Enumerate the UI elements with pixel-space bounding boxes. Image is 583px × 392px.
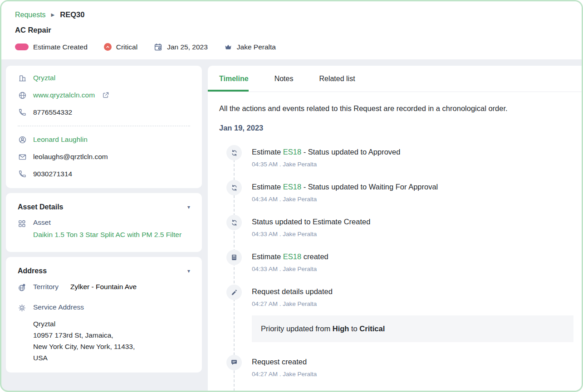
priority-new-value: Critical xyxy=(359,324,385,333)
address-title: Address xyxy=(18,267,47,275)
sync-icon xyxy=(226,180,242,195)
priority-change-text: Priority updated from xyxy=(261,324,333,333)
breadcrumb-current: REQ30 xyxy=(60,10,84,19)
badge-row: Estimate Created Critical xyxy=(15,43,568,51)
website-link[interactable]: www.qryztalcln.com xyxy=(33,91,95,99)
territory-row: Territory Zylker - Fountain Ave xyxy=(6,279,202,296)
timeline-event: Estimate ES18 - Status updated to Waitin… xyxy=(219,180,573,203)
asset-details-title: Asset Details xyxy=(18,203,64,211)
timeline-event: Request created 04:27 AM . Jake Peralta xyxy=(219,355,573,377)
sync-icon xyxy=(226,145,242,160)
company-phone-value: 8776554332 xyxy=(33,108,72,116)
asset-grid-icon xyxy=(18,219,27,228)
calculator-icon xyxy=(226,250,242,265)
calendar-icon xyxy=(154,43,162,51)
timeline-event: Request details updated 04:27 AM . Jake … xyxy=(219,285,573,307)
event-title: Request created xyxy=(252,358,317,366)
contact-name-link[interactable]: Leonard Laughlin xyxy=(33,136,88,144)
event-meta: 04:33 AM . Jake Peralta xyxy=(252,266,328,272)
priority-label: Critical xyxy=(116,43,137,51)
address-card: Address ▾ Territory Zylker - Fountain Av… xyxy=(6,257,202,373)
collapse-chevron-icon[interactable]: ▾ xyxy=(187,204,190,210)
timeline-panel: Timeline Notes Related list All the acti… xyxy=(208,66,582,391)
event-title-text: created xyxy=(301,252,328,261)
status-pill-icon xyxy=(15,44,29,50)
phone-icon xyxy=(18,108,27,117)
territory-globe-pin-icon xyxy=(18,283,27,292)
event-detail-box: Priority updated from High to Critical xyxy=(252,315,573,342)
timeline-event: Estimate ES18 created 04:33 AM . Jake Pe… xyxy=(219,250,573,272)
event-meta: 04:34 AM . Jake Peralta xyxy=(252,196,438,203)
phone-icon xyxy=(18,169,27,179)
person-icon xyxy=(18,135,27,144)
divider xyxy=(18,126,190,126)
service-address-label: Service Address xyxy=(33,303,84,311)
tab-related-list[interactable]: Related list xyxy=(319,75,355,92)
company-phone-row: 8776554332 xyxy=(6,104,202,121)
contact-name-row: Leonard Laughlin xyxy=(6,131,202,148)
timeline-event: Status updated to Estimate Created 04:33… xyxy=(219,215,573,237)
timeline-date-group: Jan 19, 2023 xyxy=(219,124,573,132)
event-title: Estimate ES18 created xyxy=(252,252,328,261)
email-row: leolaughs@qrztlcln.com xyxy=(6,148,202,165)
asset-field-row: Asset Daikin 1.5 Ton 3 Star Split AC wit… xyxy=(6,215,202,252)
email-value: leolaughs@qrztlcln.com xyxy=(33,153,108,161)
date-badge: Jan 25, 2023 xyxy=(154,43,208,51)
priority-change-text: to xyxy=(349,324,359,333)
contact-phone-row: 9030271314 xyxy=(6,165,202,183)
event-meta: 04:27 AM . Jake Peralta xyxy=(252,371,317,377)
asset-details-header: Asset Details ▾ xyxy=(6,193,202,215)
event-title-text: Estimate xyxy=(252,183,283,191)
event-title-text: Request details updated xyxy=(252,287,333,295)
service-address-row: Service Address xyxy=(6,296,202,316)
event-title-text: Estimate xyxy=(252,252,283,261)
priority-old-value: High xyxy=(333,324,349,333)
owner-label: Jake Peralta xyxy=(237,43,276,51)
pencil-icon xyxy=(226,285,242,300)
address-header: Address ▾ xyxy=(6,257,202,279)
globe-icon xyxy=(18,91,27,100)
status-badge: Estimate Created xyxy=(15,43,88,51)
event-meta: 04:33 AM . Jake Peralta xyxy=(252,231,370,237)
breadcrumb-requests-link[interactable]: Requests xyxy=(15,11,46,19)
content-area: Qryztal www.qryztalcln.com xyxy=(1,66,582,391)
timeline-event: Estimate ES18 - Status updated to Approv… xyxy=(219,145,573,168)
asset-field-label: Asset xyxy=(33,218,181,227)
message-icon xyxy=(226,355,242,370)
website-row: www.qryztalcln.com xyxy=(6,87,202,104)
timeline-tab-body: All the actions and events related to th… xyxy=(208,92,582,391)
priority-badge: Critical xyxy=(104,43,137,51)
territory-label: Territory xyxy=(33,283,59,291)
contact-phone-value: 9030271314 xyxy=(33,170,72,178)
event-title: Estimate ES18 - Status updated to Waitin… xyxy=(252,183,438,191)
owner-badge: Jake Peralta xyxy=(224,43,276,51)
sync-icon xyxy=(226,215,242,230)
address-line: USA xyxy=(33,352,190,363)
address-line: Qryztal xyxy=(33,318,190,329)
event-title-text: Status updated to Estimate Created xyxy=(252,218,370,226)
tab-bar: Timeline Notes Related list xyxy=(208,66,582,92)
page-title: AC Repair xyxy=(15,26,568,34)
event-title-text: Estimate xyxy=(252,148,283,156)
event-meta: 04:35 AM . Jake Peralta xyxy=(252,161,400,168)
detail-sidebar: Qryztal www.qryztalcln.com xyxy=(6,66,202,391)
tab-timeline[interactable]: Timeline xyxy=(208,75,249,92)
event-title-text: - Status updated to Waiting For Approval xyxy=(301,183,438,191)
territory-value: Zylker - Fountain Ave xyxy=(70,283,137,291)
company-link[interactable]: Qryztal xyxy=(33,74,55,82)
estimate-link[interactable]: ES18 xyxy=(283,148,301,156)
event-title-text: Request created xyxy=(252,358,307,366)
estimate-link[interactable]: ES18 xyxy=(283,252,301,261)
date-label: Jan 25, 2023 xyxy=(167,43,208,51)
status-label: Estimate Created xyxy=(33,43,88,51)
asset-link[interactable]: Daikin 1.5 Ton 3 Star Split AC with PM 2… xyxy=(33,229,181,240)
address-line: New York City, New York, 11433, xyxy=(33,341,190,352)
external-link-icon[interactable] xyxy=(101,91,110,100)
service-address-value: Qryztal 10957 173rd St, Jamaica, New Yor… xyxy=(33,318,190,363)
collapse-chevron-icon[interactable]: ▾ xyxy=(187,268,190,274)
contact-card: Qryztal www.qryztalcln.com xyxy=(6,66,202,188)
tab-notes[interactable]: Notes xyxy=(274,75,294,92)
crown-icon xyxy=(224,43,232,51)
estimate-link[interactable]: ES18 xyxy=(283,183,301,191)
event-title: Status updated to Estimate Created xyxy=(252,218,370,226)
